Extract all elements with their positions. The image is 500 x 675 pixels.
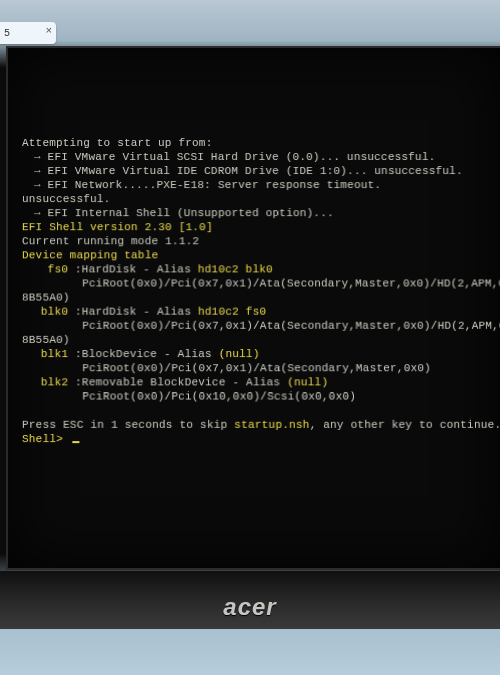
device-desc: :BlockDevice - Alias xyxy=(75,348,219,360)
press-post: , any other key to continue. xyxy=(310,419,500,431)
attempt-header: Attempting to start up from: xyxy=(22,136,500,150)
startup-file: startup.nsh xyxy=(234,419,309,431)
attempt-line: → EFI VMware Virtual SCSI Hard Drive (0.… xyxy=(22,150,500,164)
device-name: blk0 xyxy=(22,305,68,319)
shell-prompt-line[interactable]: Shell> xyxy=(22,432,500,446)
device-entry: blk2 :Removable BlockDevice - Alias (nul… xyxy=(22,375,500,389)
device-alias: hd10c2 blk0 xyxy=(198,263,273,275)
shell-mode: Current running mode 1.1.2 xyxy=(22,234,500,248)
press-pre: Press ESC in 1 seconds to skip xyxy=(22,419,234,431)
blank-line xyxy=(22,404,500,418)
close-icon[interactable]: × xyxy=(45,25,52,37)
device-path-tail: 8B55A0) xyxy=(22,333,500,347)
device-desc: :HardDisk - Alias xyxy=(75,306,198,318)
device-name: blk1 xyxy=(22,347,68,361)
attempt-line: unsuccessful. xyxy=(22,192,500,206)
device-alias: hd10c2 fs0 xyxy=(198,306,266,318)
device-path: PciRoot(0x0)/Pci(0x10,0x0)/Scsi(0x0,0x0) xyxy=(22,389,500,403)
text-cursor-icon xyxy=(72,441,79,443)
device-name: fs0 xyxy=(22,262,68,276)
device-path: PciRoot(0x0)/Pci(0x7,0x1)/Ata(Secondary,… xyxy=(22,276,500,290)
device-map-header: Device mapping table xyxy=(22,248,500,262)
attempt-line: → EFI Network.....PXE-E18: Server respon… xyxy=(22,178,500,192)
attempt-line: → EFI Internal Shell (Unsupported option… xyxy=(22,206,500,220)
monitor-brand-logo: acer xyxy=(223,593,276,621)
device-path: PciRoot(0x0)/Pci(0x7,0x1)/Ata(Secondary,… xyxy=(22,361,500,375)
device-entry: fs0 :HardDisk - Alias hd10c2 blk0 xyxy=(22,262,500,276)
device-entry: blk1 :BlockDevice - Alias (null) xyxy=(22,347,500,361)
browser-tab-stub: 5 × xyxy=(0,22,56,44)
device-desc: :Removable BlockDevice - Alias xyxy=(75,376,287,388)
device-alias: (null) xyxy=(287,376,328,388)
shell-version: EFI Shell version 2.30 [1.0] xyxy=(22,220,500,234)
tab-label: 5 xyxy=(4,28,10,39)
device-name: blk2 xyxy=(22,375,68,389)
device-alias: (null) xyxy=(219,348,260,360)
press-esc-line: Press ESC in 1 seconds to skip startup.n… xyxy=(22,418,500,432)
monitor-screen: Attempting to start up from: → EFI VMwar… xyxy=(8,48,500,568)
device-path-tail: 8B55A0) xyxy=(22,291,500,305)
device-desc: :HardDisk - Alias xyxy=(75,263,198,275)
shell-prompt: Shell> xyxy=(22,433,70,445)
efi-console: Attempting to start up from: → EFI VMwar… xyxy=(22,136,500,446)
device-entry: blk0 :HardDisk - Alias hd10c2 fs0 xyxy=(22,305,500,319)
attempt-line: → EFI VMware Virtual IDE CDROM Drive (ID… xyxy=(22,164,500,178)
desk-surface xyxy=(0,629,500,675)
monitor-photo: 5 × Attempting to start up from: → EFI V… xyxy=(0,0,500,675)
device-path: PciRoot(0x0)/Pci(0x7,0x1)/Ata(Secondary,… xyxy=(22,319,500,333)
